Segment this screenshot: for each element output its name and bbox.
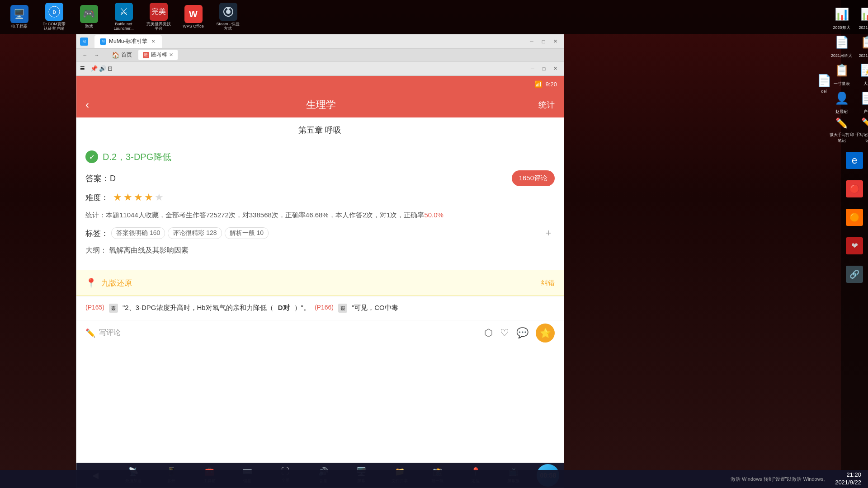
taskbar-item-wpsoffice[interactable]: W WPS Office bbox=[176, 1, 210, 33]
mumu-tool-square[interactable]: ⊡ bbox=[108, 65, 113, 72]
mumu-titlebar: ≡ 📌 🔊 ⊡ ─ □ ✕ bbox=[76, 61, 564, 76]
mumu-menu-btn[interactable]: ≡ bbox=[80, 64, 85, 73]
answer-d-row: 答案：D 1650评论 bbox=[85, 170, 555, 186]
nav-back[interactable]: ← bbox=[80, 50, 90, 60]
star-1: ★ bbox=[113, 192, 122, 203]
answer-text: D.2，3-DPG降低 bbox=[103, 151, 171, 163]
write-review-label: 写评论 bbox=[99, 328, 121, 338]
tag-item-1[interactable]: 答案很明确 160 bbox=[111, 227, 165, 239]
browser-tab-mumu[interactable]: M MuMu-标准引擎 ✕ bbox=[94, 35, 162, 48]
taskbar-item-steam[interactable]: Steam - 快捷方式 bbox=[211, 1, 245, 33]
desktop-icon-xinyi[interactable]: 📋 2021新医 bbox=[855, 33, 868, 60]
tab-close-nikaobang[interactable]: ✕ bbox=[169, 52, 173, 58]
stats-text: 统计：本题11044人收藏，全部考生作答725272次，对338568次，正确率… bbox=[85, 210, 555, 221]
windows-taskbar: 激活 Windows 转到"设置"以激活 Windows。 21:20 2021… bbox=[0, 470, 868, 488]
tab-icon-mumu: M bbox=[100, 38, 106, 45]
mumu-close[interactable]: ✕ bbox=[550, 64, 560, 74]
chapter-heading: 第五章 呼吸 bbox=[76, 117, 564, 143]
time-display: 21:20 bbox=[835, 471, 861, 479]
window-close[interactable]: ✕ bbox=[550, 37, 560, 47]
tab-favicon-nikaobang: 匿 bbox=[143, 52, 149, 58]
tag-label: 标签： bbox=[85, 228, 108, 239]
answer-section: ✓ D.2，3-DPG降低 答案：D 1650评论 难度： ★ ★ bbox=[76, 143, 564, 270]
favorite-icon[interactable]: ♡ bbox=[500, 327, 509, 339]
svg-text:D: D bbox=[52, 10, 56, 15]
stats-button[interactable]: 统计 bbox=[538, 99, 555, 110]
mumu-controls: ─ □ ✕ bbox=[528, 64, 560, 74]
difficulty-label: 难度： bbox=[85, 192, 108, 203]
desktop-icon-weitian2[interactable]: ✏️ 手写记打印笔记 bbox=[855, 117, 868, 144]
back-button[interactable]: ‹ bbox=[85, 99, 104, 111]
right-icon-chain[interactable]: 🔗 bbox=[842, 261, 867, 288]
tab-close-mumu[interactable]: ✕ bbox=[150, 38, 156, 45]
outline-row: 大纲： 氧解离曲线及其影响因素 bbox=[85, 246, 555, 255]
ref-page-2: (P166) bbox=[315, 304, 334, 311]
add-tag-button[interactable]: + bbox=[542, 227, 555, 239]
mumu-tool-speaker[interactable]: 🔊 bbox=[99, 65, 106, 72]
ref-text-1: "2、3-DPG浓度升高时，Hb对氧气的亲和力降低（ bbox=[123, 304, 274, 312]
tag-item-3[interactable]: 解析一般 10 bbox=[225, 227, 269, 239]
right-icon-orange1[interactable]: 🟠 bbox=[842, 204, 867, 231]
ref-img-icon-1: 🖼 bbox=[109, 304, 118, 313]
right-icon-ie[interactable]: e bbox=[842, 147, 867, 174]
pin-icon: 📍 bbox=[85, 277, 97, 288]
write-review[interactable]: ✏️ 写评论 bbox=[85, 328, 484, 338]
taskbar-item-games[interactable]: 🎮 游戏 bbox=[72, 1, 106, 33]
activate-windows[interactable]: 激活 Windows 转到"设置"以激活 Windows。 bbox=[731, 476, 828, 483]
stats-highlight: 50.0% bbox=[424, 211, 443, 219]
desktop-icon-2021ppt[interactable]: 📊 2021郑大 bbox=[855, 5, 868, 32]
desktop-icon-person[interactable]: 👤 赵晨昭 bbox=[829, 89, 854, 116]
outline-text: 氧解离曲线及其影响因素 bbox=[109, 246, 189, 254]
date-display: 2021/9/22 bbox=[835, 479, 861, 487]
app-header: ‹ 生理学 统计 bbox=[76, 92, 564, 117]
source-section: 📍 九版还原 纠错 bbox=[76, 270, 564, 296]
ref-bold-1: D对 bbox=[278, 304, 290, 312]
taskbar-item-desktop[interactable]: 🖥️ 电子档案 bbox=[2, 1, 36, 33]
wifi-icon: 📶 bbox=[534, 80, 542, 88]
desktop-icon-hekeda[interactable]: 📄 2021河科大 bbox=[829, 33, 854, 60]
tags-left: 标签： 答案很明确 160 评论很精彩 128 解析一般 10 bbox=[85, 227, 269, 239]
desktop-icon-huke[interactable]: 📄 户课 bbox=[855, 89, 868, 116]
desktop: 🖥️ 电子档案 D Dr.COM宽带认证客户端 🎮 游戏 ⚔ Battle.ne… bbox=[0, 0, 868, 488]
nav-forward[interactable]: → bbox=[92, 50, 102, 60]
svg-point-4 bbox=[226, 9, 231, 14]
source-name: 九版还原 bbox=[101, 278, 132, 288]
desktop-icon-yicun[interactable]: 📋 一寸量表 bbox=[829, 61, 854, 88]
window-maximize[interactable]: □ bbox=[538, 37, 548, 47]
source-left: 📍 九版还原 bbox=[85, 277, 132, 288]
mumu-minimize[interactable]: ─ bbox=[528, 64, 538, 74]
taskbar-item-wanmei[interactable]: 完美 完美世界竞技平台 bbox=[142, 1, 175, 33]
mumu-maximize[interactable]: □ bbox=[539, 64, 549, 74]
status-time: 9:20 bbox=[546, 81, 557, 88]
tag-item-2[interactable]: 评论很精彩 128 bbox=[168, 227, 222, 239]
phone-frame: 📶 9:20 ‹ 生理学 统计 第五章 呼吸 ✓ bbox=[76, 76, 564, 488]
tags-row: 标签： 答案很明确 160 评论很精彩 128 解析一般 10 + bbox=[85, 227, 555, 239]
ref-text-1b: ）"。 bbox=[294, 304, 310, 312]
difficulty-row: 难度： ★ ★ ★ ★ ★ bbox=[85, 192, 555, 203]
right-icon-red1[interactable]: 🔴 bbox=[842, 175, 867, 202]
system-time: 21:20 2021/9/22 bbox=[835, 471, 861, 487]
gold-button[interactable]: ⭐ bbox=[536, 324, 555, 343]
taskbar-item-drcom[interactable]: D Dr.COM宽带认证客户端 bbox=[37, 1, 71, 33]
desktop-icon-weitian1[interactable]: ✏️ 微天手写打印笔记 bbox=[829, 117, 854, 144]
header-title: 生理学 bbox=[306, 98, 336, 112]
report-button[interactable]: 纠错 bbox=[541, 279, 555, 287]
mumu-tool-pin[interactable]: 📌 bbox=[90, 65, 98, 72]
window-minimize[interactable]: ─ bbox=[527, 37, 537, 47]
bottom-actions: ⬡ ♡ 💬 ⭐ bbox=[484, 324, 555, 343]
taskbar-item-battlenet[interactable]: ⚔ Battle.netLauncher... bbox=[107, 1, 141, 33]
chat-icon[interactable]: 💬 bbox=[516, 327, 528, 339]
mumu-tabs: ≡ 📌 🔊 ⊡ bbox=[80, 64, 113, 73]
star-rating: ★ ★ ★ ★ ★ bbox=[113, 192, 164, 203]
taskbar: 🖥️ 电子档案 D Dr.COM宽带认证客户端 🎮 游戏 ⚔ Battle.ne… bbox=[0, 0, 868, 34]
comment-button[interactable]: 1650评论 bbox=[512, 170, 555, 186]
right-icon-red2[interactable]: ❤ bbox=[842, 232, 867, 259]
share-icon[interactable]: ⬡ bbox=[484, 327, 493, 339]
star-2: ★ bbox=[123, 192, 132, 203]
bottom-bar: ✏️ 写评论 ⬡ ♡ 💬 ⭐ bbox=[76, 320, 564, 345]
tab-home[interactable]: 🏠 首页 bbox=[107, 50, 137, 60]
desktop-icon-dayi[interactable]: 📝 大易 bbox=[855, 61, 868, 88]
desktop-icon-2020ppt[interactable]: 📊 2020郑大 bbox=[829, 5, 854, 32]
tab-nikaobang[interactable]: 匿 匿考棒 ✕ bbox=[138, 50, 178, 60]
ref-text-2: "可见，CO中毒 bbox=[352, 304, 398, 312]
